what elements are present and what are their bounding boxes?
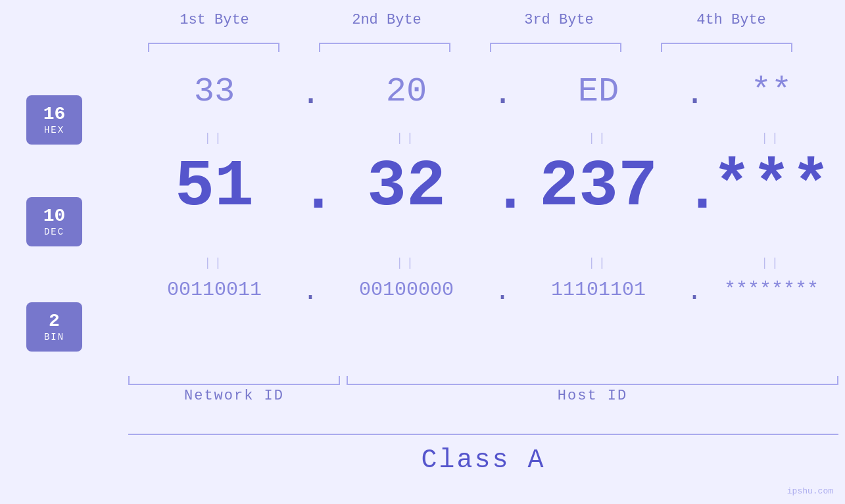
dec-val-2: 32	[320, 150, 493, 224]
bin-val-3: 11101101	[512, 279, 685, 301]
bin-dot-2: .	[493, 277, 512, 307]
dec-row: 51 . 32 . 237 . ***	[128, 150, 838, 224]
eq2-4: ||	[704, 256, 838, 269]
hex-badge: 16 HEX	[26, 95, 82, 145]
segment-labels: Network ID Host ID	[128, 388, 838, 404]
hex-val-1: 33	[128, 72, 301, 111]
watermark: ipshu.com	[787, 486, 833, 496]
bin-dot-3: .	[685, 277, 704, 307]
network-id-bracket	[128, 376, 340, 385]
bin-val-4: ********	[704, 279, 838, 301]
hex-dot-1: .	[301, 75, 320, 114]
byte-header-4: 4th Byte	[645, 12, 817, 28]
dec-val-3: 237	[512, 150, 685, 224]
bin-dot-1: .	[301, 277, 320, 307]
byte-header-3: 3rd Byte	[473, 12, 645, 28]
hex-badge-label: HEX	[44, 125, 64, 135]
hex-dot-3: .	[685, 75, 704, 114]
hex-dot-2: .	[493, 75, 512, 114]
top-bracket-3	[490, 43, 621, 52]
top-bracket-4	[661, 43, 792, 52]
byte-header-2: 2nd Byte	[301, 12, 473, 28]
dec-dot-1: .	[301, 158, 320, 225]
bottom-brackets	[128, 376, 838, 385]
network-id-label: Network ID	[128, 388, 340, 404]
eq2-2: ||	[320, 256, 493, 269]
dec-dot-2: .	[493, 158, 512, 225]
bin-badge-number: 2	[49, 311, 60, 332]
dec-badge: 10 DEC	[26, 197, 82, 246]
equals-row-1: || || || ||	[128, 131, 838, 145]
dec-dot-3: .	[685, 158, 704, 225]
bin-val-1: 00110011	[128, 279, 301, 301]
top-bracket-1	[148, 43, 279, 52]
eq1-4: ||	[704, 131, 838, 145]
dec-val-4: ***	[704, 150, 838, 224]
bin-val-2: 00100000	[320, 279, 493, 301]
host-id-label: Host ID	[347, 388, 838, 404]
hex-badge-number: 16	[43, 104, 66, 125]
byte-header-1: 1st Byte	[128, 12, 301, 28]
eq1-1: ||	[128, 131, 301, 145]
bin-row: 00110011 . 00100000 . 11101101 . *******…	[128, 277, 838, 302]
eq1-2: ||	[320, 131, 493, 145]
equals-row-2: || || || ||	[128, 256, 838, 269]
class-bracket-line	[128, 434, 838, 435]
bin-badge-label: BIN	[44, 332, 64, 342]
hex-val-2: 20	[320, 72, 493, 111]
hex-val-3: ED	[512, 72, 685, 111]
hex-row: 33 . 20 . ED . **	[128, 72, 838, 111]
host-id-bracket	[347, 376, 838, 385]
top-bracket-2	[319, 43, 450, 52]
main-layout: 1st Byte 2nd Byte 3rd Byte 4th Byte 16 H…	[0, 0, 845, 504]
dec-val-1: 51	[128, 150, 301, 224]
byte-headers: 1st Byte 2nd Byte 3rd Byte 4th Byte	[128, 12, 819, 28]
hex-val-4: **	[704, 72, 838, 111]
dec-badge-number: 10	[43, 206, 66, 227]
dec-badge-label: DEC	[44, 227, 64, 237]
eq2-1: ||	[128, 256, 301, 269]
eq1-3: ||	[512, 131, 685, 145]
bin-badge: 2 BIN	[26, 302, 82, 352]
top-brackets	[128, 43, 838, 52]
eq2-3: ||	[512, 256, 685, 269]
class-label: Class A	[128, 446, 838, 475]
